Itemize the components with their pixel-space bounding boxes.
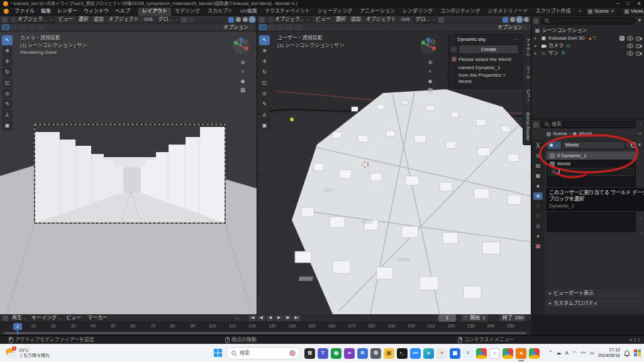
add-cube-tool[interactable]: ▣	[259, 121, 270, 131]
select-set-icon[interactable]	[259, 25, 267, 30]
weather-widget[interactable]: 1 29°C くもり時々晴れ	[0, 348, 50, 359]
create-button[interactable]: Create	[458, 45, 519, 55]
breadcrumb-world[interactable]: World	[579, 131, 592, 137]
shading-solid-icon[interactable]	[517, 17, 522, 22]
timeline-menu-item[interactable]: ビュー	[64, 315, 85, 321]
playback-button[interactable]: ▶|	[292, 315, 301, 321]
playback-button[interactable]: ▶	[275, 315, 283, 321]
taskbar-app-icon[interactable]: ›_	[397, 348, 408, 359]
properties-editor-icon[interactable]	[533, 122, 539, 128]
render-camera-icon[interactable]	[636, 51, 642, 56]
popup-search-input[interactable]	[548, 168, 634, 176]
filter-dropdown-icon[interactable]: ⌄	[639, 122, 642, 126]
properties-tab[interactable]: ▤	[533, 162, 543, 170]
scale-tool[interactable]: ◱	[259, 78, 270, 88]
shading-rendered-icon[interactable]	[250, 17, 255, 22]
taskbar-app-icon[interactable]: ◉	[476, 348, 487, 359]
select-subtract-icon[interactable]	[19, 25, 27, 30]
editor-type-icon[interactable]	[259, 17, 265, 23]
transform-tool[interactable]: ◎	[2, 89, 13, 99]
taskbar-app-icon[interactable]: e	[423, 348, 434, 359]
timeline-menu-item[interactable]: キーイング⌄	[29, 315, 64, 321]
viewport-menu-item[interactable]: オブジェクト	[106, 16, 142, 23]
tray-icon[interactable]: ⌃	[548, 350, 553, 356]
workspace-tab[interactable]: シェーディング	[314, 8, 356, 16]
taskbar-app-icon[interactable]: ∞	[344, 348, 355, 359]
workspace-tab[interactable]: +	[574, 8, 585, 16]
properties-tab[interactable]: ▦	[533, 172, 543, 180]
hide-eye-icon[interactable]	[627, 51, 633, 56]
render-camera-icon[interactable]	[636, 36, 642, 41]
orientation-dropdown[interactable]: グロ...⌄	[413, 16, 437, 23]
zoom-icon[interactable]: ⊕	[238, 59, 248, 66]
rotate-tool[interactable]: ↻	[259, 67, 270, 77]
taskbar-app-icon[interactable]: zm	[410, 348, 421, 359]
properties-tab[interactable]: ╳	[533, 142, 543, 150]
zoom-icon[interactable]: ⊕	[425, 59, 435, 66]
viewport-menu-item[interactable]: 追加	[91, 16, 106, 23]
options-dropdown[interactable]: オプション⌄	[497, 25, 529, 31]
render-camera-icon[interactable]	[636, 43, 642, 48]
sidebar-tab[interactable]: ツール	[523, 62, 531, 84]
filter-icon[interactable]: ▼	[637, 18, 642, 24]
playback-button[interactable]: ◀	[266, 315, 274, 321]
snap-magnet-icon[interactable]	[181, 17, 187, 23]
select-set-icon[interactable]	[2, 25, 9, 30]
playback-button[interactable]: ◀|	[257, 315, 265, 321]
select-intersect-icon[interactable]	[37, 25, 45, 30]
xray-toggle-icon[interactable]	[502, 17, 508, 23]
workspace-tab[interactable]: モデリング	[171, 8, 204, 16]
outliner-row-scene-collection[interactable]: ▦ シーンコレクション	[533, 27, 642, 35]
mode-dropdown[interactable]: オブジェク...⌄	[9, 16, 55, 23]
select-box-tool[interactable]: ↖	[2, 35, 13, 45]
clock[interactable]: 17:12 2024/09/16	[598, 348, 620, 359]
shading-wireframe-icon[interactable]	[510, 17, 515, 22]
viewport-menu-item[interactable]: オブジェクト	[364, 16, 399, 23]
fake-user-icon[interactable]: ♡	[626, 142, 630, 148]
workspace-tab[interactable]: コンポジティング	[436, 8, 484, 16]
perspective-toggle-icon[interactable]: ▦	[238, 87, 248, 94]
sidebar-tab[interactable]: ビュー	[523, 85, 531, 107]
pin-icon[interactable]: ⊸	[637, 131, 641, 137]
current-frame-field[interactable]: 1	[438, 314, 456, 322]
outliner-row-kokusai-dori[interactable]: ▸ ▣ Kokusai Dori 3D ▲▽ ✓	[533, 35, 642, 42]
menu-item[interactable]: ヘルプ	[112, 8, 133, 14]
taskbar-app-icon[interactable]: ʚ	[516, 348, 526, 359]
xray-toggle-icon[interactable]	[228, 17, 234, 23]
properties-tab[interactable]: ◎	[533, 152, 543, 160]
close-button[interactable]: ✕	[637, 1, 641, 6]
hide-eye-icon[interactable]	[627, 43, 633, 48]
properties-tab[interactable]: ◎	[533, 222, 543, 230]
select-box-tool[interactable]: ↖	[259, 35, 270, 45]
viewport-menu-item[interactable]: 選択	[333, 16, 348, 23]
properties-tab[interactable]: ▲	[533, 182, 543, 190]
blender-menu-icon[interactable]	[4, 9, 9, 14]
viewport-menu-item[interactable]: ビュー	[56, 16, 76, 23]
breadcrumb-scene[interactable]: Scene	[553, 131, 567, 137]
outliner-editor-icon[interactable]	[533, 18, 539, 24]
viewport-menu-item[interactable]: 追加	[348, 16, 364, 23]
properties-search-input[interactable]: 検索	[541, 121, 636, 128]
workspace-tab[interactable]: レイアウト	[138, 8, 171, 16]
expand-icon[interactable]: ▸	[535, 51, 539, 56]
viewport-menu-item[interactable]: GIS	[142, 16, 155, 23]
timeline-editor-icon[interactable]	[3, 315, 8, 321]
shading-wireframe-icon[interactable]	[236, 17, 241, 22]
select-subtract-icon[interactable]	[277, 25, 284, 30]
select-intersect-icon[interactable]	[294, 25, 302, 30]
timeline-menu-item[interactable]: マーカー	[85, 315, 111, 321]
rotate-tool[interactable]: ↻	[2, 67, 13, 77]
timeline-ruler[interactable]: 1 10203040506070809010011012013014015016…	[0, 322, 531, 331]
scene-selector[interactable]: Scene ✕	[585, 7, 618, 16]
workspace-tab[interactable]: ジオメトリノード	[484, 8, 531, 16]
expand-icon[interactable]: ▸	[535, 43, 539, 48]
editor-type-icon[interactable]	[2, 17, 8, 23]
camera-view-icon[interactable]: ◆	[425, 78, 435, 85]
measure-tool[interactable]: ∠	[2, 110, 13, 120]
tray-icon[interactable]: ⊲×	[580, 351, 586, 355]
properties-tab[interactable]: ▩	[533, 243, 543, 250]
outliner-row-sun[interactable]: ▸ ☼ サン ⚙	[533, 50, 642, 57]
shading-solid-icon[interactable]	[243, 17, 248, 22]
camera-viewport-canvas[interactable]: ↖ ⊕ ✢ ↻ ◱ ◎ ✎ ∠ ▣ カメラ・透視投影(1) シーンコレクション …	[0, 31, 257, 314]
perspective-toggle-icon[interactable]: ▦	[425, 87, 435, 94]
